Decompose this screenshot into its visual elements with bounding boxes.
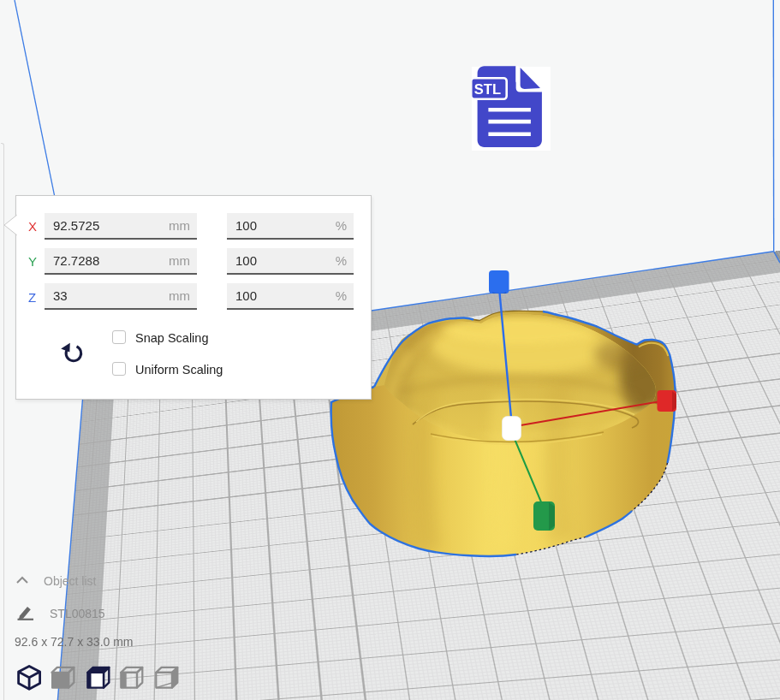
svg-text:STL: STL xyxy=(474,81,501,97)
